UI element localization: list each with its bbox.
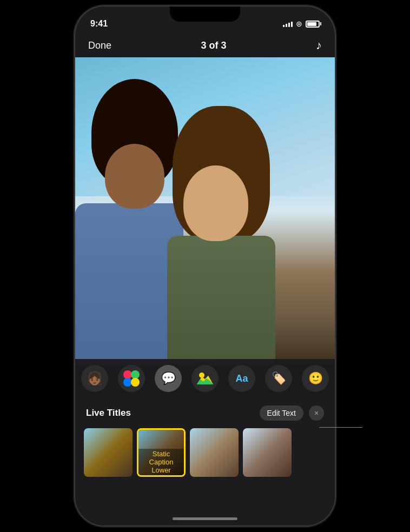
sticker-icon: 🏷️ <box>272 371 286 385</box>
signal-icon <box>283 21 293 27</box>
thumbnail-1-image <box>84 428 133 477</box>
done-button[interactable]: Done <box>88 40 111 51</box>
status-icons: ⊛ <box>283 19 320 28</box>
close-button[interactable]: × <box>309 405 324 421</box>
arrow-line <box>319 427 362 428</box>
text-icon: Aa <box>235 373 248 384</box>
scene-icon <box>197 373 213 384</box>
phone-frame: 9:41 ⊛ Done 3 of 3 ♪ <box>75 6 335 526</box>
thumbnail-3-image <box>190 428 239 477</box>
thumbnail-strip: Static Caption Lower <box>75 426 335 481</box>
caption-icon: 💬 <box>161 371 176 385</box>
colors-icon <box>123 370 140 387</box>
emoji-button[interactable]: 🙂 <box>302 365 329 392</box>
clothes-right <box>167 236 275 365</box>
scene-button[interactable] <box>191 365 219 392</box>
thumbnail-4[interactable] <box>243 428 292 477</box>
caption-button[interactable]: 💬 <box>155 365 182 392</box>
wifi-icon: ⊛ <box>296 19 302 28</box>
memoji-icon: 👧🏾 <box>87 371 103 386</box>
live-titles-actions: Edit Text × <box>260 405 324 421</box>
emoji-icon: 🙂 <box>308 371 323 385</box>
text-button[interactable]: Aa <box>228 365 255 392</box>
live-titles-header: Live Titles Edit Text × <box>75 398 335 426</box>
live-titles-label: Live Titles <box>86 408 131 418</box>
annotation-arrow <box>319 427 362 428</box>
edit-text-button[interactable]: Edit Text <box>260 405 303 421</box>
thumbnail-2[interactable]: Static Caption Lower <box>137 428 186 477</box>
header-bar: Done 3 of 3 ♪ <box>75 34 335 57</box>
photo-counter: 3 of 3 <box>201 40 227 51</box>
photo-area <box>75 57 335 365</box>
memoji-button[interactable]: 👧🏾 <box>81 365 108 392</box>
colors-button[interactable] <box>118 365 145 392</box>
music-button[interactable]: ♪ <box>316 38 322 52</box>
sticker-button[interactable]: 🏷️ <box>265 365 292 392</box>
home-indicator <box>173 517 237 520</box>
girl-right-face <box>183 165 248 241</box>
thumbnail-4-image <box>243 428 292 477</box>
thumbnail-1[interactable] <box>84 428 133 477</box>
status-time: 9:41 <box>90 19 108 29</box>
girl-left-face <box>105 144 164 209</box>
toolbar: 👧🏾 💬 Aa 🏷️ <box>75 359 335 398</box>
live-titles-panel: Live Titles Edit Text × Static Caption L… <box>75 398 335 526</box>
caption-label: Static Caption Lower <box>138 449 184 475</box>
thumbnail-3[interactable] <box>190 428 239 477</box>
notch <box>170 6 240 22</box>
battery-icon <box>306 21 320 28</box>
